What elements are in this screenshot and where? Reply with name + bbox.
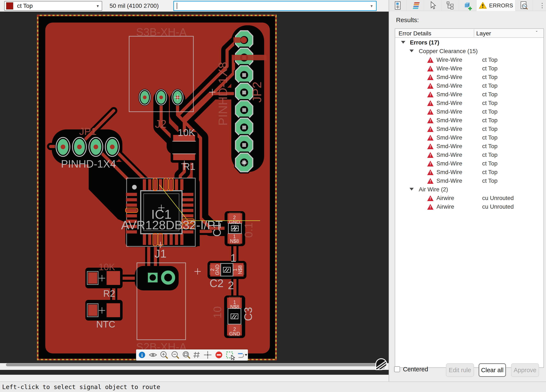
tree-error-row[interactable]: Smd-Wirect Top	[395, 124, 544, 133]
route-tool-icon[interactable]	[238, 354, 247, 357]
tab-errors[interactable]: ERRORS	[476, 0, 515, 11]
tree-error-row[interactable]: Airwirecu Unrouted	[395, 202, 544, 211]
panel-toolbar: ERRORS ⋮	[389, 0, 546, 11]
layer-selector-value: ct Top	[17, 3, 97, 9]
zoom-in-icon[interactable]	[161, 352, 168, 359]
layers-icon[interactable]	[407, 0, 424, 11]
svg-text:PINHD-1X8: PINHD-1X8	[216, 62, 230, 126]
tree-error-row[interactable]: Airwirecu Unrouted	[395, 194, 544, 202]
select-icon[interactable]	[227, 352, 235, 360]
trace-stub	[234, 37, 240, 43]
pcb-component-j1[interactable]	[131, 266, 179, 290]
error-table-header[interactable]: Error Details Layer ˇ	[395, 29, 544, 38]
tree-error-row[interactable]: Smd-Wirect Top	[395, 168, 544, 176]
tree-error-row[interactable]: Smd-Wirect Top	[395, 81, 544, 90]
layer-selector-dropdown[interactable]: ct Top ▾	[4, 1, 102, 11]
overflow-menu-icon[interactable]: ⋮	[538, 0, 546, 11]
svg-text:C3: C3	[242, 307, 254, 321]
errors-panel: ERRORS ⋮ Results: Error Details Layer ˇ …	[389, 0, 546, 381]
info-icon[interactable]: i	[139, 352, 145, 358]
centered-checkbox[interactable]	[394, 366, 400, 372]
svg-text:N$8: N$8	[230, 238, 239, 244]
board-settings-icon[interactable]	[389, 0, 407, 11]
svg-text:R2: R2	[103, 288, 115, 299]
zoom-fit-icon[interactable]	[183, 352, 190, 359]
svg-text:NTC: NTC	[96, 319, 115, 329]
tree-group-row[interactable]: Errors (17)	[395, 38, 544, 47]
inspect-icon[interactable]	[515, 0, 533, 11]
svg-text:1: 1	[232, 268, 238, 271]
svg-text:N$8: N$8	[230, 304, 239, 310]
tree-error-row[interactable]: Smd-Wirect Top	[395, 116, 544, 124]
horizontal-scrollbar[interactable]	[6, 363, 377, 366]
tree-error-row[interactable]: Smd-Wirect Top	[395, 133, 544, 142]
tree-group-row[interactable]: Air Wire (2)	[395, 185, 544, 194]
svg-text:AVR128DB32-I/PT: AVR128DB32-I/PT	[121, 218, 223, 232]
svg-text:10: 10	[211, 306, 223, 319]
error-warning-icon	[427, 126, 434, 132]
tree-error-row[interactable]: Smd-Wirect Top	[395, 150, 544, 159]
error-warning-icon	[427, 152, 434, 158]
hierarchy-icon[interactable]	[442, 0, 459, 11]
command-input[interactable]: ▾	[173, 1, 377, 11]
error-warning-icon	[427, 161, 434, 166]
error-warning-icon	[427, 66, 434, 72]
svg-text:10K: 10K	[99, 262, 115, 272]
tree-expand-arrow[interactable]	[401, 41, 405, 44]
svg-text:i: i	[141, 352, 143, 358]
zoom-out-icon[interactable]	[172, 352, 179, 359]
tree-error-row[interactable]: Smd-Wirect Top	[395, 73, 544, 81]
tree-error-row[interactable]: Smd-Wirect Top	[395, 107, 544, 116]
cursor-coordinates: 50 mil (4100 2700)	[110, 0, 159, 12]
error-warning-icon	[427, 100, 434, 106]
tree-error-row[interactable]: Smd-Wirect Top	[395, 90, 544, 99]
clear-all-button[interactable]: Clear all	[479, 363, 506, 377]
tree-error-row[interactable]: Smd-Wirect Top	[395, 159, 544, 168]
tree-error-row[interactable]: Smd-Wirect Top	[395, 176, 544, 185]
svg-text:JP2: JP2	[250, 82, 264, 103]
navigation-badge-icon[interactable]	[375, 358, 387, 370]
svg-text:N$8: N$8	[237, 265, 243, 274]
error-warning-icon	[427, 135, 434, 141]
svg-text:J1: J1	[154, 247, 166, 260]
tree-expand-arrow[interactable]	[410, 50, 414, 52]
top-toolbar: ct Top ▾ 50 mil (4100 2700) ▾	[0, 0, 389, 12]
pcb-canvas[interactable]: 2 GND 1 N$8 2 GND 1 N$8 1 N$8 2 GND	[0, 12, 389, 375]
cursor-icon[interactable]	[424, 0, 442, 11]
column-error-details[interactable]: Error Details	[399, 30, 431, 37]
error-warning-icon	[427, 118, 434, 123]
approve-button[interactable]: Approve	[511, 363, 539, 377]
grid-icon[interactable]	[193, 352, 200, 358]
chevron-down-icon: ▾	[370, 3, 373, 8]
chevron-down-icon[interactable]: ˇ	[536, 30, 537, 36]
tree-expand-arrow[interactable]	[410, 188, 414, 190]
edit-rule-button[interactable]: Edit rule	[446, 363, 474, 377]
svg-text:S3B-XH-A: S3B-XH-A	[136, 26, 187, 38]
svg-text:2: 2	[228, 279, 234, 291]
add-component-icon[interactable]	[459, 0, 476, 11]
error-warning-icon	[427, 178, 434, 184]
centered-label: Centered	[403, 366, 428, 373]
svg-text:R1: R1	[183, 161, 195, 172]
svg-text:GND: GND	[215, 264, 220, 275]
errors-tab-label: ERRORS	[489, 2, 513, 9]
error-warning-icon	[427, 170, 434, 175]
tree-error-row[interactable]: Smd-Wirect Top	[395, 99, 544, 107]
view-toolbar: i	[136, 349, 248, 361]
tree-error-row[interactable]: Wire-Wirect Top	[395, 64, 544, 73]
status-message: Left-click to select signal object to ro…	[2, 383, 160, 391]
svg-text:GND: GND	[229, 219, 240, 225]
tree-group-row[interactable]: Copper Clearance (15)	[395, 47, 544, 55]
error-table: Error Details Layer ˇ Errors (17)Copper …	[395, 28, 544, 368]
tree-error-row[interactable]: Smd-Wirect Top	[395, 142, 544, 150]
trace-through-pad	[232, 55, 266, 60]
pcb-component-c2[interactable]: 2 GND 1 N$8	[208, 261, 247, 279]
tree-error-row[interactable]: Wire-Wirect Top	[395, 55, 544, 64]
visibility-eye-icon[interactable]	[149, 353, 156, 356]
mark-crosshair-icon[interactable]	[204, 351, 211, 359]
svg-text:J2: J2	[155, 118, 167, 130]
stop-icon[interactable]	[215, 352, 222, 358]
column-separator[interactable]	[474, 29, 474, 37]
column-layer[interactable]: Layer	[476, 30, 491, 37]
chevron-down-icon: ▾	[97, 3, 99, 8]
